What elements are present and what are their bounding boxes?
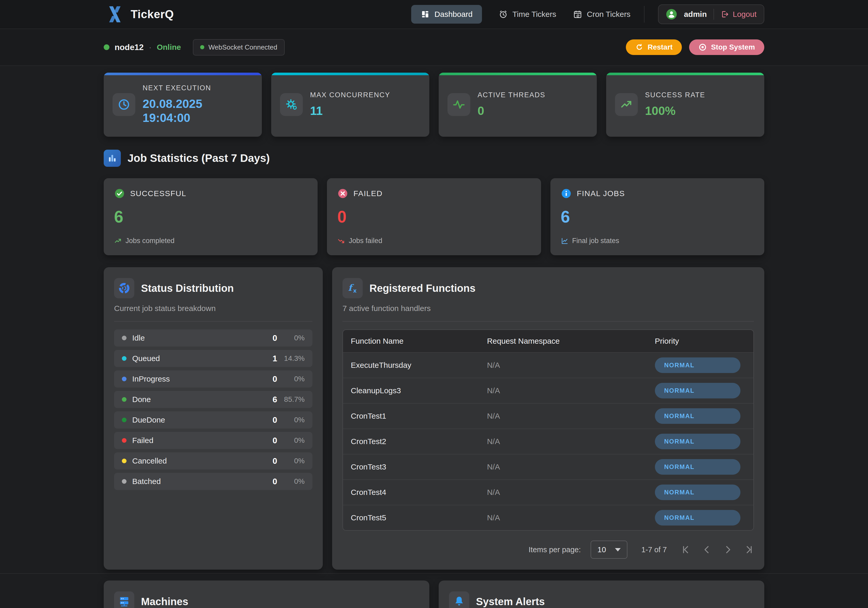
nav-tab-time-tickers[interactable]: Time Tickers bbox=[499, 9, 556, 19]
stop-circle-icon bbox=[698, 43, 707, 51]
bar-chart-icon bbox=[104, 150, 121, 167]
items-per-page-label: Items per page: bbox=[529, 546, 581, 554]
divider bbox=[343, 321, 754, 322]
status-row-idle: Idle 0 0% bbox=[114, 330, 312, 347]
panel-subtitle: Current job status breakdown bbox=[114, 304, 312, 313]
column-priority: Priority bbox=[655, 337, 746, 345]
stat-value: 20.08.2025 19:04:00 bbox=[143, 97, 253, 125]
websocket-status-badge: WebSocket Connected bbox=[193, 39, 284, 56]
stop-label: Stop System bbox=[711, 43, 755, 51]
status-count: 1 bbox=[262, 354, 277, 363]
function-name: CronTest3 bbox=[351, 462, 487, 471]
column-request-namespace: Request Namespace bbox=[487, 337, 655, 345]
status-label: Failed bbox=[132, 436, 153, 445]
node-status-dot bbox=[104, 44, 109, 50]
table-row: CronTest5 N/A NORMAL bbox=[343, 505, 753, 530]
status-dot bbox=[122, 459, 127, 463]
table-row: ExecuteThursday N/A NORMAL bbox=[343, 352, 753, 378]
status-row-done: Done 6 85.7% bbox=[114, 391, 312, 408]
priority-badge: NORMAL bbox=[655, 485, 741, 500]
info-circle-icon bbox=[561, 188, 572, 199]
priority-badge: NORMAL bbox=[655, 358, 741, 373]
status-dot bbox=[122, 418, 127, 422]
job-label: SUCCESSFUL bbox=[130, 189, 186, 198]
status-percent: 0% bbox=[277, 436, 305, 445]
section-title: Job Statistics (Past 7 Days) bbox=[127, 152, 270, 165]
logout-button[interactable]: Logout bbox=[721, 10, 756, 19]
server-icon bbox=[114, 591, 134, 608]
svg-text:x: x bbox=[353, 288, 357, 294]
card-accent-strip bbox=[439, 73, 597, 75]
system-alerts-panel: System Alerts Real-time system notificat… bbox=[439, 580, 764, 608]
user-divider bbox=[713, 9, 714, 20]
status-dot bbox=[122, 336, 127, 340]
alarm-clock-icon bbox=[499, 9, 508, 19]
request-namespace: N/A bbox=[487, 361, 655, 370]
table-row: CleanupLogs3 N/A NORMAL bbox=[343, 378, 753, 403]
status-label: DueDone bbox=[132, 415, 165, 425]
job-value: 6 bbox=[114, 207, 307, 227]
next-page-button[interactable] bbox=[723, 545, 733, 554]
table-row: CronTest1 N/A NORMAL bbox=[343, 403, 753, 429]
logout-icon bbox=[721, 10, 729, 19]
status-row-cancelled: Cancelled 0 0% bbox=[114, 453, 312, 470]
gear-icon bbox=[280, 93, 303, 116]
stat-label: NEXT EXECUTION bbox=[143, 84, 253, 92]
job-footer-label: Jobs failed bbox=[349, 237, 382, 245]
status-dot bbox=[122, 397, 127, 402]
stat-label: ACTIVE THREADS bbox=[477, 91, 546, 99]
status-dot bbox=[122, 356, 127, 361]
logout-label: Logout bbox=[733, 10, 756, 19]
status-label: Batched bbox=[132, 477, 161, 486]
stat-label: SUCCESS RATE bbox=[645, 91, 705, 99]
previous-page-button[interactable] bbox=[702, 545, 711, 554]
main-nav: Dashboard Time Tickers Cron Tickers bbox=[411, 5, 631, 23]
nav-tab-dashboard[interactable]: Dashboard bbox=[411, 5, 482, 23]
table-header: Function Name Request Namespace Priority bbox=[343, 330, 753, 352]
status-count: 0 bbox=[262, 374, 277, 384]
status-label: Done bbox=[132, 395, 151, 404]
status-label: InProgress bbox=[132, 375, 170, 383]
job-stats-row: SUCCESSFUL 6 Jobs completed FAILED 0 Job… bbox=[104, 178, 764, 255]
user-avatar-icon bbox=[666, 9, 677, 20]
job-value: 0 bbox=[337, 207, 530, 227]
function-name: ExecuteThursday bbox=[351, 361, 487, 370]
priority-badge: NORMAL bbox=[655, 408, 741, 424]
last-page-button[interactable] bbox=[745, 545, 754, 554]
trending-up-icon bbox=[114, 237, 122, 245]
chevron-down-icon bbox=[615, 548, 621, 552]
request-namespace: N/A bbox=[487, 513, 655, 522]
registered-functions-panel: f x Registered Functions 7 active functi… bbox=[332, 267, 764, 570]
items-per-page-select[interactable]: 10 bbox=[591, 541, 627, 559]
table-row: CronTest4 N/A NORMAL bbox=[343, 479, 753, 505]
stat-cards-row: NEXT EXECUTION 20.08.2025 19:04:00 MAX C… bbox=[104, 73, 764, 137]
restart-button[interactable]: Restart bbox=[626, 39, 682, 55]
status-row-batched: Batched 0 0% bbox=[114, 473, 312, 490]
top-header: TickerQ Dashboard Time Tickers Cron Tick… bbox=[0, 0, 868, 29]
first-page-button[interactable] bbox=[681, 545, 690, 554]
x-circle-icon bbox=[337, 188, 348, 199]
nav-label: Cron Tickers bbox=[587, 10, 631, 19]
request-namespace: N/A bbox=[487, 412, 655, 420]
function-name: CronTest1 bbox=[351, 412, 487, 420]
priority-badge: NORMAL bbox=[655, 383, 741, 398]
app-logo: TickerQ bbox=[104, 4, 174, 24]
status-label: Queued bbox=[132, 354, 160, 363]
panel-subtitle: 7 active function handlers bbox=[343, 304, 754, 313]
stat-card-max-concurrency: MAX CONCURRENCY 11 bbox=[271, 73, 429, 137]
priority-badge: NORMAL bbox=[655, 434, 741, 449]
table-row: CronTest2 N/A NORMAL bbox=[343, 429, 753, 454]
function-name: CronTest5 bbox=[351, 513, 487, 522]
status-count: 0 bbox=[262, 456, 277, 466]
status-row-queued: Queued 1 14.3% bbox=[114, 350, 312, 367]
status-count: 0 bbox=[262, 333, 277, 343]
status-dot bbox=[122, 479, 127, 484]
app-title: TickerQ bbox=[131, 8, 174, 21]
card-accent-strip bbox=[271, 73, 429, 75]
bell-icon bbox=[449, 591, 469, 608]
function-fx-icon: f x bbox=[343, 278, 363, 298]
nav-tab-cron-tickers[interactable]: Cron Tickers bbox=[573, 9, 631, 19]
status-label: Cancelled bbox=[132, 457, 167, 465]
user-box: admin Logout bbox=[658, 5, 764, 24]
stop-system-button[interactable]: Stop System bbox=[689, 39, 764, 55]
